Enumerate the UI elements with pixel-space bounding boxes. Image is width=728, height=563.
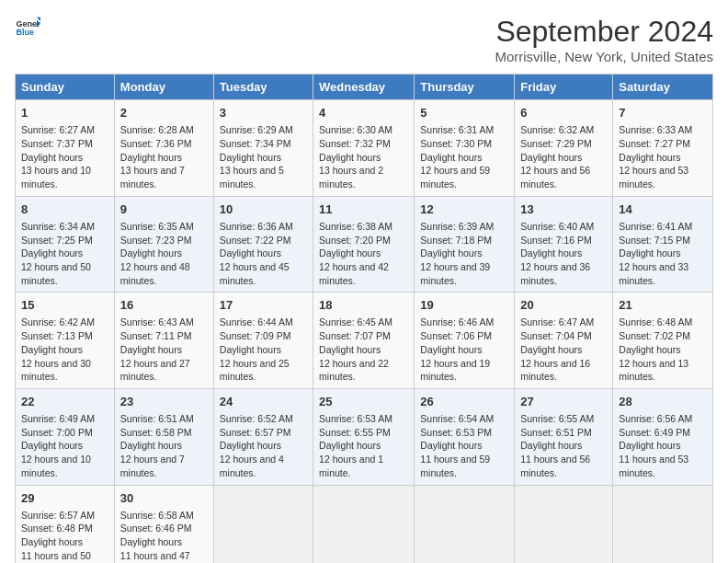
sunrise: Sunrise: 6:43 AM <box>120 316 194 327</box>
day-number: 29 <box>21 490 108 507</box>
day-number: 5 <box>420 105 508 121</box>
daylight-label: Daylight hours <box>220 247 281 259</box>
sunset: Sunset: 7:11 PM <box>120 330 192 341</box>
sunset: Sunset: 6:58 PM <box>120 427 192 438</box>
daylight-label: Daylight hours <box>120 152 182 163</box>
sunset: Sunset: 7:27 PM <box>619 138 690 149</box>
daylight-label: Daylight hours <box>420 344 482 355</box>
col-saturday: Saturday <box>613 75 713 100</box>
daylight-value: 12 hours and 36 minutes. <box>520 261 590 286</box>
sunrise: Sunrise: 6:35 AM <box>120 221 194 232</box>
day-number: 11 <box>319 201 408 218</box>
table-row: 24 Sunrise: 6:52 AM Sunset: 6:57 PM Dayl… <box>213 388 313 485</box>
daylight-value: 12 hours and 59 minutes. <box>420 165 490 190</box>
table-row: 28 Sunrise: 6:56 AM Sunset: 6:49 PM Dayl… <box>613 388 713 485</box>
daylight-label: Daylight hours <box>120 344 182 355</box>
sunrise: Sunrise: 6:27 AM <box>21 124 95 135</box>
daylight-label: Daylight hours <box>520 152 582 163</box>
sunset: Sunset: 7:32 PM <box>319 138 391 149</box>
sunset: Sunset: 7:02 PM <box>619 330 690 341</box>
col-sunday: Sunday <box>16 75 115 100</box>
daylight-value: 13 hours and 7 minutes. <box>120 165 185 190</box>
sunrise: Sunrise: 6:56 AM <box>619 413 692 424</box>
day-number: 19 <box>420 297 508 314</box>
sunrise: Sunrise: 6:55 AM <box>520 413 594 424</box>
daylight-value: 12 hours and 22 minutes. <box>319 358 389 383</box>
daylight-label: Daylight hours <box>520 440 582 451</box>
sunrise: Sunrise: 6:42 AM <box>21 316 95 327</box>
daylight-label: Daylight hours <box>619 440 680 451</box>
day-number: 28 <box>619 394 707 410</box>
day-number: 6 <box>520 105 607 121</box>
table-row: 10 Sunrise: 6:36 AM Sunset: 7:22 PM Dayl… <box>213 196 313 293</box>
calendar-week-row: 29 Sunrise: 6:57 AM Sunset: 6:48 PM Dayl… <box>16 485 713 563</box>
table-row: 26 Sunrise: 6:54 AM Sunset: 6:53 PM Dayl… <box>415 388 515 485</box>
sunrise: Sunrise: 6:57 AM <box>21 510 95 521</box>
daylight-label: Daylight hours <box>520 247 582 259</box>
calendar-table: Sunday Monday Tuesday Wednesday Thursday… <box>15 74 713 563</box>
sunrise: Sunrise: 6:34 AM <box>21 221 95 232</box>
sunset: Sunset: 6:46 PM <box>120 523 192 534</box>
table-row: 1 Sunrise: 6:27 AM Sunset: 7:37 PM Dayli… <box>16 100 115 197</box>
sunrise: Sunrise: 6:29 AM <box>220 124 293 135</box>
sunset: Sunset: 7:16 PM <box>520 235 592 246</box>
daylight-label: Daylight hours <box>520 344 582 355</box>
daylight-value: 11 hours and 59 minutes. <box>420 454 490 478</box>
table-row: 20 Sunrise: 6:47 AM Sunset: 7:04 PM Dayl… <box>515 293 613 389</box>
table-row: 2 Sunrise: 6:28 AM Sunset: 7:36 PM Dayli… <box>114 100 213 197</box>
sunset: Sunset: 7:37 PM <box>21 138 93 149</box>
daylight-label: Daylight hours <box>120 440 182 451</box>
table-row <box>415 485 515 563</box>
day-number: 23 <box>120 394 208 410</box>
sunset: Sunset: 7:22 PM <box>220 235 291 246</box>
daylight-label: Daylight hours <box>619 344 680 355</box>
table-row: 8 Sunrise: 6:34 AM Sunset: 7:25 PM Dayli… <box>16 196 115 293</box>
daylight-value: 12 hours and 33 minutes. <box>619 261 688 286</box>
col-thursday: Thursday <box>415 75 515 100</box>
sunset: Sunset: 6:53 PM <box>420 427 492 438</box>
table-row: 4 Sunrise: 6:30 AM Sunset: 7:32 PM Dayli… <box>313 100 415 197</box>
day-number: 10 <box>220 201 307 218</box>
sunrise: Sunrise: 6:45 AM <box>319 316 392 327</box>
table-row: 6 Sunrise: 6:32 AM Sunset: 7:29 PM Dayli… <box>515 100 613 197</box>
table-row: 5 Sunrise: 6:31 AM Sunset: 7:30 PM Dayli… <box>415 100 515 197</box>
table-row: 14 Sunrise: 6:41 AM Sunset: 7:15 PM Dayl… <box>613 196 713 293</box>
table-row: 30 Sunrise: 6:58 AM Sunset: 6:46 PM Dayl… <box>114 485 213 563</box>
table-row: 19 Sunrise: 6:46 AM Sunset: 7:06 PM Dayl… <box>415 293 515 389</box>
title-area: September 2024 Morrisville, New York, Un… <box>495 15 713 64</box>
daylight-value: 12 hours and 7 minutes. <box>120 454 185 478</box>
sunset: Sunset: 7:34 PM <box>220 138 291 149</box>
table-row: 13 Sunrise: 6:40 AM Sunset: 7:16 PM Dayl… <box>515 196 613 293</box>
daylight-value: 12 hours and 10 minutes. <box>21 454 91 478</box>
sunset: Sunset: 7:36 PM <box>120 138 192 149</box>
sunrise: Sunrise: 6:53 AM <box>319 413 392 424</box>
table-row: 9 Sunrise: 6:35 AM Sunset: 7:23 PM Dayli… <box>114 196 213 293</box>
daylight-value: 12 hours and 48 minutes. <box>120 261 190 286</box>
sunset: Sunset: 7:06 PM <box>420 330 492 341</box>
table-row <box>613 485 713 563</box>
daylight-label: Daylight hours <box>420 440 482 451</box>
svg-text:Blue: Blue <box>16 28 34 37</box>
table-row: 16 Sunrise: 6:43 AM Sunset: 7:11 PM Dayl… <box>114 293 213 389</box>
sunrise: Sunrise: 6:44 AM <box>220 316 293 327</box>
day-number: 14 <box>619 201 707 218</box>
daylight-label: Daylight hours <box>21 152 83 163</box>
table-row: 7 Sunrise: 6:33 AM Sunset: 7:27 PM Dayli… <box>613 100 713 197</box>
daylight-label: Daylight hours <box>319 344 381 355</box>
sunrise: Sunrise: 6:52 AM <box>220 413 293 424</box>
sunset: Sunset: 6:48 PM <box>21 523 93 534</box>
daylight-label: Daylight hours <box>420 247 482 259</box>
sunrise: Sunrise: 6:46 AM <box>420 316 494 327</box>
sunset: Sunset: 6:57 PM <box>220 427 291 438</box>
sunrise: Sunrise: 6:28 AM <box>120 124 194 135</box>
day-number: 27 <box>520 394 607 410</box>
day-number: 13 <box>520 201 607 218</box>
day-number: 24 <box>220 394 307 410</box>
day-number: 21 <box>619 297 707 314</box>
daylight-value: 11 hours and 53 minutes. <box>619 454 688 478</box>
table-row: 29 Sunrise: 6:57 AM Sunset: 6:48 PM Dayl… <box>16 485 115 563</box>
day-number: 25 <box>319 394 408 410</box>
day-number: 30 <box>120 490 208 507</box>
day-number: 26 <box>420 394 508 410</box>
sunrise: Sunrise: 6:36 AM <box>220 221 293 232</box>
